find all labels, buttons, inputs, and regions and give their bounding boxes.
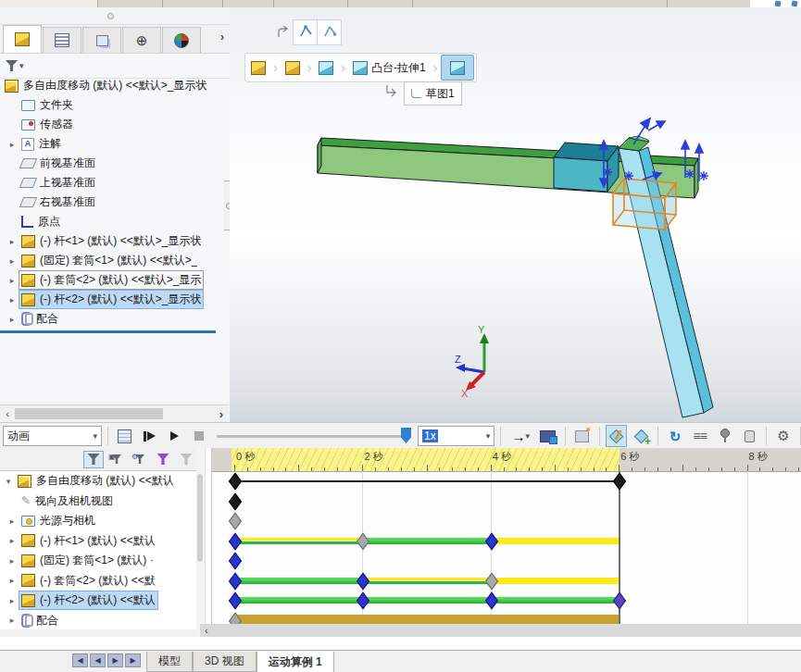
filter-driving-button[interactable]: ⚙ — [130, 451, 150, 468]
slider-thumb-icon[interactable] — [401, 428, 411, 443]
tab-motion-study-1[interactable]: 运动算例 1 — [257, 652, 334, 672]
timeline-bar-yellow[interactable] — [491, 538, 619, 544]
feature-tree-hscrollbar[interactable]: ‹ › — [0, 404, 229, 422]
tab-displaymanager[interactable] — [162, 27, 201, 53]
expander-icon[interactable]: ▸ — [6, 556, 19, 566]
expander-icon[interactable]: ▸ — [6, 576, 19, 585]
filter-caret-icon[interactable]: ▾ — [19, 61, 24, 70]
feature-tree-item[interactable]: 前视基准面 — [0, 154, 217, 173]
command-tab[interactable] — [97, 0, 163, 7]
tab-dimxpertmanager[interactable]: ⊕ — [122, 27, 161, 53]
playback-speed-select[interactable]: 1x▾ — [418, 426, 494, 446]
first-sheet-button[interactable]: ◀ — [72, 653, 88, 667]
timeline-hscrollbar[interactable]: ‹ — [200, 624, 801, 637]
command-tab[interactable] — [0, 0, 98, 7]
command-tab[interactable] — [667, 0, 751, 7]
motor-button[interactable]: ↻ — [664, 425, 686, 447]
key-point-violet[interactable] — [613, 592, 626, 610]
add-key-button[interactable]: + — [630, 425, 652, 447]
expander-icon[interactable]: ▾ — [2, 477, 15, 486]
contact-button[interactable] — [714, 425, 736, 447]
key-point-blue[interactable] — [229, 572, 242, 590]
playback-mode-button[interactable]: →▾ — [507, 425, 534, 447]
damper-button[interactable] — [738, 425, 760, 447]
key-point-blue[interactable] — [229, 553, 242, 570]
filter-selected-button[interactable] — [153, 451, 173, 468]
tree-rollback-bar[interactable] — [0, 330, 216, 333]
feature-tree-item[interactable]: ▸(固定) 套筒<1> (默认) <<默认>_ — [0, 251, 217, 270]
motion-tree-item[interactable]: ▸配合 — [0, 611, 196, 631]
scroll-left-icon[interactable]: ‹ — [200, 626, 213, 636]
feature-tree-item[interactable]: 右视基准面 — [0, 193, 217, 212]
study-properties-button[interactable]: ⚙ — [772, 425, 795, 447]
motion-tree-item[interactable]: ▸(-) 杆<1> (默认) <<默认 — [0, 531, 196, 552]
timeline-bar-green[interactable] — [362, 538, 490, 544]
scroll-left-icon[interactable]: ‹ — [0, 408, 15, 419]
expander-icon[interactable]: ▸ — [6, 596, 19, 605]
panel-collapse-grip[interactable] — [0, 7, 230, 25]
auto-key-button[interactable] — [606, 425, 628, 447]
study-type-select[interactable]: 动画▾ — [3, 426, 102, 446]
timeline-ruler[interactable]: 0 秒2 秒4 秒6 秒8 秒 — [212, 448, 801, 472]
tab-propertymanager[interactable] — [43, 27, 81, 53]
command-tab[interactable] — [412, 0, 668, 7]
timeline-bar-dual[interactable] — [234, 538, 362, 544]
motion-tree-item[interactable]: ▸光源与相机 — [0, 511, 196, 531]
motion-tree-item[interactable]: ✎视向及相机视图 — [0, 492, 196, 512]
command-tab[interactable] — [273, 0, 348, 7]
expander-icon[interactable]: ▸ — [6, 516, 19, 526]
timeline-rows[interactable] — [212, 471, 801, 624]
tab-featuremanager[interactable] — [3, 25, 42, 53]
key-point-gray[interactable] — [229, 513, 242, 530]
animation-wizard-button[interactable] — [571, 425, 594, 447]
key-point-blue[interactable] — [229, 592, 242, 610]
key-point-blue[interactable] — [357, 592, 369, 610]
feature-tree-item[interactable]: ▸(-) 套筒<2> (默认) <<默认>_显示 — [0, 270, 217, 290]
key-point-blue[interactable] — [485, 592, 498, 610]
timeline-bar-line[interactable] — [234, 480, 619, 482]
motion-tree-item[interactable]: ▸(-) 杆<2> (默认) <<默认 — [0, 591, 196, 611]
key-point-blue[interactable] — [357, 572, 369, 590]
tab-3d-views[interactable]: 3D 视图 — [193, 652, 257, 672]
current-time-bar[interactable] — [619, 471, 620, 637]
feature-tree-item[interactable]: ▸配合 — [0, 309, 217, 329]
motion-tree-item[interactable]: ▾多自由度移动 (默认) <<默认 — [0, 471, 196, 492]
timeline-zoom-slider[interactable] — [217, 427, 411, 445]
scroll-right-icon[interactable]: › — [214, 407, 229, 421]
expander-icon[interactable]: ▸ — [6, 237, 19, 246]
key-point-gray[interactable] — [357, 532, 369, 550]
timeline-bar-green[interactable] — [234, 578, 362, 584]
tab-model[interactable]: 模型 — [146, 652, 193, 672]
expander-icon[interactable]: ▸ — [6, 140, 19, 149]
model-3d[interactable]: Y Z X — [230, 7, 801, 422]
save-animation-button[interactable] — [537, 425, 559, 447]
filter-results-button[interactable] — [176, 451, 196, 468]
timeline-area[interactable]: 0 秒2 秒4 秒6 秒8 秒 — [211, 448, 801, 637]
feature-tree-item[interactable]: 上视基准面 — [0, 173, 217, 193]
next-sheet-button[interactable]: ▶ — [107, 653, 123, 667]
graphics-viewport[interactable]: › › › 凸台-拉伸1 › 草图1 — [230, 7, 801, 422]
spring-button[interactable]: ≡≡ — [689, 425, 711, 447]
feature-tree-item[interactable]: ▸A注解 — [0, 134, 217, 154]
timeline-bar-green[interactable] — [234, 597, 619, 604]
feature-tree-item[interactable]: 多自由度移动 (默认) <<默认>_显示状 — [0, 76, 217, 95]
tabbar-overflow-arrow[interactable]: › — [220, 31, 224, 44]
feature-tree-item[interactable]: ▸(-) 杆<2> (默认) <<默认>_显示状 — [0, 290, 217, 309]
key-point-black[interactable] — [613, 473, 626, 491]
motion-tree-item[interactable]: ▸(-) 套筒<2> (默认) <<默 — [0, 571, 196, 591]
expander-icon[interactable]: ▸ — [6, 256, 19, 266]
motion-tree-vscrollbar[interactable] — [196, 448, 206, 637]
feature-tree-item[interactable]: ▸(-) 杆<1> (默认) <<默认>_显示状 — [0, 231, 217, 251]
expander-icon[interactable]: ▸ — [6, 616, 19, 625]
motion-tree-item[interactable]: ▸(固定) 套筒<1> (默认) · — [0, 551, 196, 571]
key-point-black[interactable] — [229, 473, 242, 491]
key-point-blue[interactable] — [229, 532, 242, 550]
filter-all-button[interactable] — [83, 451, 104, 468]
tab-configurationmanager[interactable] — [82, 27, 121, 53]
last-sheet-button[interactable]: ▶ — [125, 653, 141, 667]
command-tab[interactable] — [347, 0, 413, 7]
expander-icon[interactable]: ▸ — [6, 295, 19, 305]
timeline-bar-dual[interactable] — [362, 578, 490, 584]
key-point-blue[interactable] — [485, 532, 498, 550]
prev-sheet-button[interactable]: ◀ — [90, 653, 106, 667]
